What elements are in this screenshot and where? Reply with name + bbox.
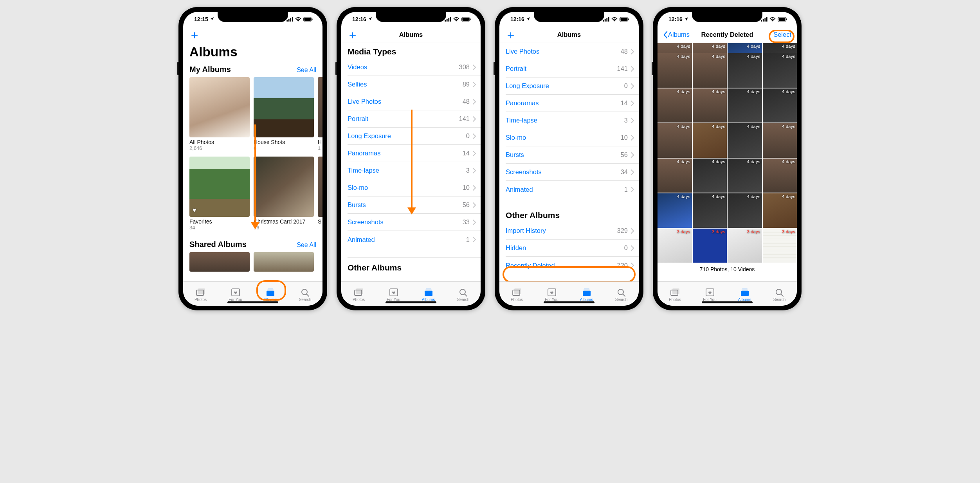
media-type-row[interactable]: Long Exposure 0	[506, 77, 639, 95]
notch	[376, 12, 446, 22]
albums-icon	[740, 288, 750, 297]
shared-album-1[interactable]	[189, 252, 250, 272]
photo-cell[interactable]: 4 days	[693, 53, 727, 88]
photo-cell[interactable]: 4 days	[658, 123, 692, 158]
tab-photos[interactable]: Photos	[183, 282, 218, 306]
photo-cell[interactable]: 4 days	[728, 53, 762, 88]
chevron-right-icon	[473, 65, 476, 70]
photo-cell[interactable]: 3 days	[728, 229, 762, 263]
photo-cell[interactable]: 4 days	[763, 193, 797, 228]
location-icon	[684, 17, 688, 21]
photo-cell[interactable]: 4 days	[728, 88, 762, 123]
tab-photos[interactable]: Photos	[658, 282, 692, 306]
row-label: Portrait	[506, 65, 526, 72]
photo-cell[interactable]: 4 days	[693, 159, 727, 193]
photo-cell[interactable]: 4 days	[763, 88, 797, 123]
photo-cell[interactable]: 3 days	[693, 229, 727, 263]
signal-icon	[603, 17, 609, 22]
content-scroll[interactable]: My Albums See All All Photos 2,646 House…	[183, 62, 322, 281]
media-type-row[interactable]: Videos 308	[348, 59, 481, 76]
media-type-row[interactable]: Portrait 141	[348, 110, 481, 128]
album-partial[interactable]: H 1	[318, 77, 322, 151]
row-label: Hidden	[506, 244, 526, 252]
tab-photos[interactable]: Photos	[499, 282, 534, 306]
phone-2: 12:16 ＋ Albums Media Types Videos 308 Se…	[337, 7, 485, 310]
album-favorites[interactable]: ♥ Favorites 34	[189, 157, 250, 231]
photo-cell[interactable]: 4 days	[693, 193, 727, 228]
photo-cell[interactable]: 4 days	[658, 53, 692, 88]
photo-cell[interactable]: 4 days	[763, 123, 797, 158]
row-count: 10	[621, 134, 628, 141]
album-christmas-card[interactable]: Christmas Card 2017 16	[254, 157, 314, 231]
media-type-row[interactable]: Long Exposure 0	[348, 128, 481, 145]
home-indicator[interactable]	[702, 301, 753, 303]
chevron-right-icon	[631, 245, 634, 251]
media-type-row[interactable]: Time-lapse 3	[506, 112, 639, 129]
tab-label: Photos	[353, 297, 365, 302]
media-type-row[interactable]: Time-lapse 3	[348, 162, 481, 179]
photo-cell[interactable]: 4 days	[728, 193, 762, 228]
add-button[interactable]: ＋	[347, 29, 358, 41]
photo-cell[interactable]: 4 days	[693, 88, 727, 123]
other-album-row[interactable]: Import History 329	[506, 222, 639, 240]
album-all-photos[interactable]: All Photos 2,646	[189, 77, 250, 151]
media-type-row[interactable]: Bursts 56	[506, 146, 639, 164]
other-album-row[interactable]: Hidden 0	[506, 240, 639, 257]
photo-cell[interactable]: 4 days	[658, 193, 692, 228]
media-type-row[interactable]: Live Photos 48	[506, 43, 639, 60]
days-remaining-tag: 4 days	[677, 159, 690, 164]
photos-icon	[512, 288, 522, 297]
tab-search[interactable]: Search	[288, 282, 322, 306]
signal-icon	[286, 17, 293, 22]
phone-3: 12:16 ＋ Albums Live Photos 48 Portrait 1…	[495, 7, 643, 310]
other-album-row[interactable]: Recently Deleted 720	[506, 257, 639, 274]
select-button[interactable]: Select	[773, 31, 791, 38]
add-button[interactable]: ＋	[189, 29, 200, 41]
photo-cell[interactable]: 4 days	[763, 159, 797, 193]
row-label: Panoramas	[506, 99, 539, 107]
content-scroll[interactable]: 4 days4 days4 days4 days4 days4 days4 da…	[658, 43, 797, 281]
photo-cell[interactable]: 4 days	[763, 53, 797, 88]
tab-search[interactable]: Search	[762, 282, 797, 306]
back-button[interactable]: Albums	[663, 31, 690, 39]
media-type-row[interactable]: Panoramas 14	[348, 145, 481, 162]
foryou-icon	[547, 288, 557, 297]
see-all-shared-albums[interactable]: See All	[297, 242, 316, 249]
media-type-row[interactable]: Screenshots 33	[348, 214, 481, 231]
content-scroll[interactable]: Live Photos 48 Portrait 141 Long Exposur…	[499, 43, 639, 281]
home-indicator[interactable]	[544, 301, 594, 303]
shared-album-2[interactable]	[254, 252, 314, 272]
media-type-row[interactable]: Live Photos 48	[348, 93, 481, 110]
photo-cell[interactable]: 4 days	[658, 159, 692, 193]
media-type-row[interactable]: Slo-mo 10	[506, 129, 639, 146]
days-remaining-tag: 4 days	[782, 194, 795, 199]
row-label: Portrait	[348, 115, 368, 123]
tab-photos[interactable]: Photos	[341, 282, 376, 306]
home-indicator[interactable]	[227, 301, 278, 303]
photo-cell[interactable]: 4 days	[658, 88, 692, 123]
photo-cell[interactable]: 3 days	[763, 229, 797, 263]
album-house-shots[interactable]: House Shots 6	[254, 77, 314, 151]
chevron-right-icon	[473, 168, 476, 173]
media-type-row[interactable]: Portrait 141	[506, 60, 639, 77]
tab-search[interactable]: Search	[446, 282, 481, 306]
add-button[interactable]: ＋	[505, 29, 517, 41]
photo-cell[interactable]: 4 days	[693, 123, 727, 158]
tab-search[interactable]: Search	[604, 282, 639, 306]
media-type-row[interactable]: Animated 1	[348, 231, 481, 248]
content-scroll[interactable]: Media Types Videos 308 Selfies 89 Live P…	[341, 43, 481, 281]
media-type-row[interactable]: Selfies 89	[348, 76, 481, 93]
media-type-row[interactable]: Panoramas 14	[506, 95, 639, 112]
photo-cell[interactable]: 4 days	[728, 123, 762, 158]
signal-icon	[761, 17, 767, 22]
media-type-row[interactable]: Animated 1	[506, 181, 639, 198]
days-remaining-tag: 4 days	[782, 44, 795, 49]
media-type-row[interactable]: Slo-mo 10	[348, 179, 481, 196]
clock: 12:16	[510, 16, 524, 22]
media-type-row[interactable]: Screenshots 34	[506, 164, 639, 181]
photo-cell[interactable]: 4 days	[728, 159, 762, 193]
album-partial-2[interactable]: S	[318, 157, 322, 231]
home-indicator[interactable]	[386, 301, 436, 303]
photo-cell[interactable]: 3 days	[658, 229, 692, 263]
see-all-my-albums[interactable]: See All	[297, 67, 316, 74]
